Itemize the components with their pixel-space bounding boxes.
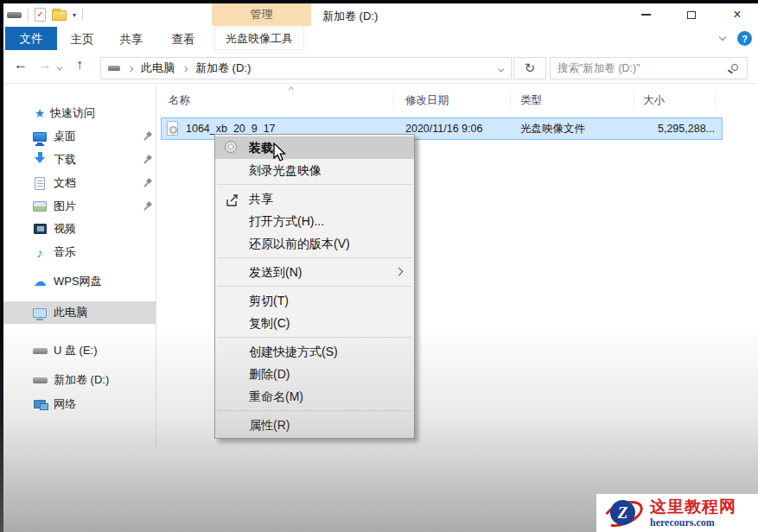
- customize-toolbar-icon[interactable]: ▾: [73, 11, 76, 19]
- column-divider[interactable]: [510, 90, 511, 111]
- computer-icon: [33, 308, 47, 318]
- breadcrumb-this-pc[interactable]: 此电脑: [141, 60, 175, 76]
- breadcrumb-current-drive[interactable]: 新加卷 (D:): [195, 60, 251, 76]
- menu-separator: [217, 286, 412, 287]
- menu-item-burn-disc-image[interactable]: 刻录光盘映像: [215, 159, 414, 181]
- watermark: Z 这里教程网 herecours.com: [596, 494, 758, 532]
- minimize-button[interactable]: [628, 3, 663, 26]
- up-button[interactable]: ↑: [76, 57, 83, 73]
- sidebar-item-documents[interactable]: 文档: [3, 173, 156, 193]
- column-divider[interactable]: [634, 90, 634, 111]
- sidebar-item-this-pc[interactable]: 此电脑: [3, 301, 156, 324]
- menu-item-create-shortcut[interactable]: 创建快捷方式(S): [215, 340, 414, 363]
- menu-item-rename[interactable]: 重命名(M): [215, 385, 414, 408]
- help-icon: ?: [742, 34, 748, 44]
- menu-item-label: 重命名(M): [249, 390, 303, 403]
- search-input[interactable]: [551, 58, 747, 79]
- tab-home[interactable]: 主页: [63, 32, 101, 48]
- sidebar-item-label: U 盘 (E:): [54, 343, 98, 358]
- menu-separator: [217, 184, 412, 185]
- contextual-tab-group[interactable]: 管理: [212, 3, 311, 26]
- disc-icon: [225, 141, 237, 153]
- search-icon[interactable]: [731, 64, 738, 71]
- menu-item-open-with[interactable]: 打开方式(H)...: [215, 210, 414, 232]
- menu-separator: [217, 337, 412, 338]
- sidebar-item-wps-cloud[interactable]: ☁ WPS网盘: [3, 271, 156, 292]
- address-dropdown-icon[interactable]: [499, 66, 505, 73]
- drive-icon[interactable]: [7, 12, 22, 18]
- close-button[interactable]: ×: [720, 3, 755, 26]
- menu-item-share[interactable]: 共享: [215, 187, 414, 210]
- menu-item-delete[interactable]: 删除(D): [215, 363, 414, 385]
- tab-file[interactable]: 文件: [5, 27, 57, 50]
- sidebar-item-music[interactable]: ♪ 音乐: [3, 242, 156, 263]
- sidebar-item-label: 快速访问: [50, 105, 95, 121]
- menu-item-label: 发送到(N): [249, 265, 302, 279]
- menu-item-label: 属性(R): [249, 418, 290, 432]
- menu-item-send-to[interactable]: 发送到(N): [215, 261, 414, 283]
- breadcrumb-separator-icon[interactable]: [182, 66, 188, 72]
- file-type: 光盘映像文件: [520, 118, 585, 139]
- drive-icon: [33, 377, 48, 383]
- menu-item-label: 复制(C): [249, 316, 290, 330]
- column-divider[interactable]: [715, 90, 716, 111]
- contextual-tab-label: 管理: [251, 7, 273, 22]
- screenshot-root: { "colors": { "accent_blue": "#1467b5", …: [0, 0, 758, 532]
- breadcrumb-separator-icon[interactable]: [128, 66, 133, 72]
- tab-view[interactable]: 查看: [164, 32, 202, 48]
- column-header-type[interactable]: 类型: [520, 93, 542, 108]
- breadcrumb[interactable]: 此电脑 新加卷 (D:): [100, 57, 512, 79]
- tab-file-label: 文件: [20, 31, 43, 47]
- sidebar-item-usb-drive[interactable]: U 盘 (E:): [3, 340, 156, 361]
- document-icon: [35, 177, 45, 190]
- sidebar-item-videos[interactable]: 视频: [3, 218, 156, 239]
- sidebar-item-quick-access[interactable]: ★ 快速访问: [3, 103, 156, 124]
- sidebar-item-new-volume-d[interactable]: 新加卷 (D:): [3, 370, 156, 390]
- back-button[interactable]: ←: [14, 57, 28, 73]
- menu-item-label: 打开方式(H)...: [249, 214, 324, 228]
- refresh-button[interactable]: ↻: [513, 57, 546, 79]
- sidebar-item-desktop[interactable]: 桌面: [3, 126, 156, 147]
- disc-image-file-icon: [167, 121, 178, 136]
- column-header-size[interactable]: 大小: [643, 93, 665, 108]
- maximize-button[interactable]: [674, 3, 709, 26]
- menu-item-label: 创建快捷方式(S): [249, 345, 338, 358]
- toolbar-divider: [82, 9, 83, 21]
- music-icon: ♪: [31, 245, 48, 260]
- menu-item-label: 装载: [249, 141, 273, 155]
- menu-item-mount[interactable]: 装载: [215, 136, 414, 159]
- tab-disc-image-tools[interactable]: 光盘映像工具: [214, 27, 304, 50]
- column-divider[interactable]: [393, 90, 394, 111]
- forward-button[interactable]: →: [38, 57, 52, 73]
- pin-icon: [143, 132, 152, 141]
- help-button[interactable]: ?: [737, 31, 752, 46]
- menu-item-copy[interactable]: 复制(C): [215, 312, 414, 334]
- menu-separator: [217, 410, 412, 411]
- watermark-domain: herecours.com: [650, 516, 736, 529]
- new-folder-icon[interactable]: [52, 10, 67, 21]
- pin-icon: [143, 155, 152, 164]
- menu-item-label: 剪切(T): [249, 294, 289, 307]
- sidebar-item-label: 音乐: [54, 244, 76, 260]
- cloud-icon: ☁: [31, 274, 48, 289]
- menu-item-properties[interactable]: 属性(R): [215, 414, 414, 436]
- sidebar-item-network[interactable]: 网络: [3, 394, 156, 415]
- pin-icon: [143, 202, 152, 211]
- submenu-arrow-icon: [395, 268, 404, 276]
- sidebar-item-pictures[interactable]: 图片: [3, 196, 156, 217]
- context-menu: 装载 刻录光盘映像 共享 打开方式(H)... 还原以前的版本(V) 发送到(N…: [214, 134, 415, 439]
- sidebar-item-label: WPS网盘: [54, 274, 102, 289]
- menu-item-restore-previous-versions[interactable]: 还原以前的版本(V): [215, 232, 414, 255]
- sidebar-item-label: 新加卷 (D:): [54, 372, 109, 388]
- sidebar-divider: [156, 84, 156, 446]
- location-drive-icon: [108, 66, 120, 71]
- drive-icon: [33, 348, 48, 354]
- column-header-modified[interactable]: 修改日期: [405, 93, 449, 108]
- toolbar-divider: [28, 9, 29, 21]
- menu-item-cut[interactable]: 剪切(T): [215, 289, 414, 312]
- tab-share[interactable]: 共享: [112, 32, 150, 48]
- sidebar-item-downloads[interactable]: 下载: [3, 149, 156, 170]
- column-header-name[interactable]: 名称: [169, 93, 190, 108]
- properties-check-icon[interactable]: ✓: [35, 8, 46, 22]
- search-container: [550, 57, 748, 79]
